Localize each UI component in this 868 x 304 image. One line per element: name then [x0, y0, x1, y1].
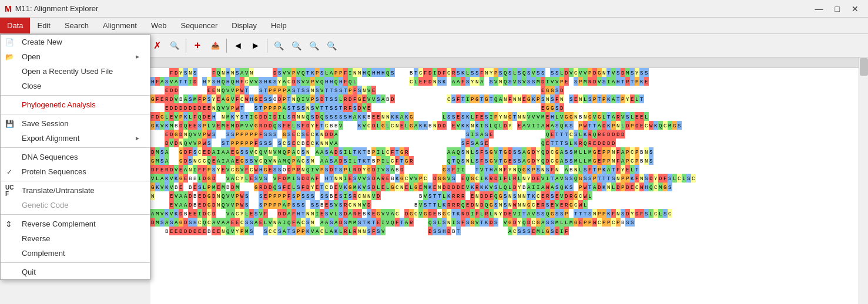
- dropdown-complement-label: Complement: [22, 249, 65, 258]
- minimize-button[interactable]: —: [810, 3, 828, 15]
- scrollbar-thumb[interactable]: [860, 58, 868, 76]
- toolbar-zoom-in-btn[interactable]: 🔍: [288, 38, 304, 54]
- dropdown-protein-sequences[interactable]: Protein Sequences: [1, 164, 150, 179]
- menu-help[interactable]: Help: [264, 18, 294, 33]
- dropdown-open-label: Open: [22, 52, 41, 61]
- dropdown-protein-label: Protein Sequences: [22, 167, 86, 176]
- dropdown-dna-label: DNA Sequences: [22, 153, 78, 161]
- dropdown-sep-2: [1, 114, 150, 114]
- dropdown-create-new[interactable]: 📄 Create New: [1, 35, 150, 49]
- dropdown-save-session-label: Save Session: [22, 119, 69, 128]
- dropdown-quit[interactable]: Quit: [1, 265, 150, 279]
- dropdown-genetic-code-label: Genetic Code: [22, 201, 69, 210]
- reverse-complement-icon: ⇕: [5, 219, 12, 229]
- toolbar-sep-3: [226, 39, 227, 53]
- dropdown-translate-label: Translate/Untranslate: [22, 186, 95, 195]
- toolbar-sep-2: [186, 39, 186, 53]
- dropdown-sep-5: [1, 214, 150, 215]
- app-icon: M: [5, 4, 12, 13]
- toolbar-zoom-reset-btn[interactable]: 🔍: [323, 38, 340, 54]
- dropdown-open-recent[interactable]: Open a Recently Used File: [1, 64, 150, 79]
- vertical-scrollbar[interactable]: [859, 58, 868, 304]
- title-bar-left: M M11: Alignment Explorer: [5, 4, 98, 13]
- alignment-ruler: [150, 58, 868, 68]
- toolbar-sep-4: [267, 39, 267, 53]
- dropdown-reverse-complement-label: Reverse Complement: [22, 219, 96, 228]
- dropdown-dna-sequences[interactable]: DNA Sequences: [1, 150, 150, 164]
- dropdown-export-label: Export Alignment: [22, 134, 79, 143]
- menu-display[interactable]: Display: [224, 18, 264, 33]
- dropdown-open-recent-label: Open a Recently Used File: [22, 67, 113, 76]
- dropdown-sep-4: [1, 181, 150, 181]
- open-arrow-icon: ►: [135, 53, 140, 60]
- alignment-canvas: [150, 68, 868, 303]
- translate-icon: UCF: [5, 184, 14, 197]
- toolbar-find-btn[interactable]: 🔍: [166, 38, 183, 54]
- dropdown-reverse[interactable]: Reverse: [1, 231, 150, 246]
- menu-search[interactable]: Search: [58, 18, 96, 33]
- alignment-sequences: [150, 68, 868, 304]
- menu-web[interactable]: Web: [144, 18, 174, 33]
- toolbar-prev-btn[interactable]: ◄: [230, 38, 246, 54]
- dropdown-sep-1: [1, 95, 150, 96]
- toolbar-export-btn[interactable]: 📤: [207, 38, 223, 54]
- menu-data[interactable]: Data: [0, 18, 30, 33]
- dropdown-phylo[interactable]: Phylogenetic Analysis: [1, 97, 150, 112]
- dropdown-complement[interactable]: Complement: [1, 246, 150, 261]
- dropdown-close[interactable]: Close: [1, 79, 150, 93]
- alignment-area: [150, 58, 868, 304]
- toolbar-delete-btn[interactable]: ✗: [149, 38, 165, 54]
- dropdown-close-label: Close: [22, 82, 41, 90]
- menu-edit[interactable]: Edit: [30, 18, 57, 33]
- dropdown-genetic-code: Genetic Code: [1, 198, 150, 212]
- dropdown-menu: 📄 Create New 📂 Open ► Open a Recently Us…: [0, 34, 150, 280]
- title-bar-controls[interactable]: — □ ✕: [810, 3, 863, 15]
- window-title: M11: Alignment Explorer: [15, 4, 99, 13]
- toolbar-add-btn[interactable]: +: [189, 38, 206, 54]
- toolbar-zoom-out-btn[interactable]: 🔍: [270, 38, 287, 54]
- close-button[interactable]: ✕: [847, 3, 863, 15]
- menu-sequencer[interactable]: Sequencer: [173, 18, 224, 33]
- dropdown-open[interactable]: 📂 Open ►: [1, 49, 150, 64]
- open-icon: 📂: [5, 53, 14, 61]
- menu-alignment[interactable]: Alignment: [96, 18, 144, 33]
- dropdown-sep-6: [1, 262, 150, 263]
- dropdown-sep-3: [1, 147, 150, 148]
- toolbar-next-btn[interactable]: ►: [247, 38, 264, 54]
- menu-bar: Data Edit Search Alignment Web Sequencer…: [0, 18, 868, 34]
- dropdown-phylo-label: Phylogenetic Analysis: [22, 100, 96, 109]
- title-bar: M M11: Alignment Explorer — □ ✕: [0, 0, 868, 18]
- dropdown-reverse-label: Reverse: [22, 234, 50, 243]
- create-new-icon: 📄: [5, 38, 14, 46]
- dropdown-quit-label: Quit: [22, 268, 36, 276]
- dropdown-create-new-label: Create New: [22, 38, 62, 46]
- dropdown-save-session[interactable]: 💾 Save Session: [1, 116, 150, 131]
- export-arrow-icon: ►: [135, 135, 140, 141]
- save-icon: 💾: [5, 120, 14, 128]
- toolbar-zoom-fit-btn[interactable]: 🔍: [306, 38, 322, 54]
- dropdown-reverse-complement[interactable]: ⇕ Reverse Complement: [1, 217, 150, 231]
- dropdown-export-alignment[interactable]: Export Alignment ►: [1, 131, 150, 146]
- maximize-button[interactable]: □: [830, 3, 844, 15]
- dropdown-translate[interactable]: UCF Translate/Untranslate: [1, 183, 150, 198]
